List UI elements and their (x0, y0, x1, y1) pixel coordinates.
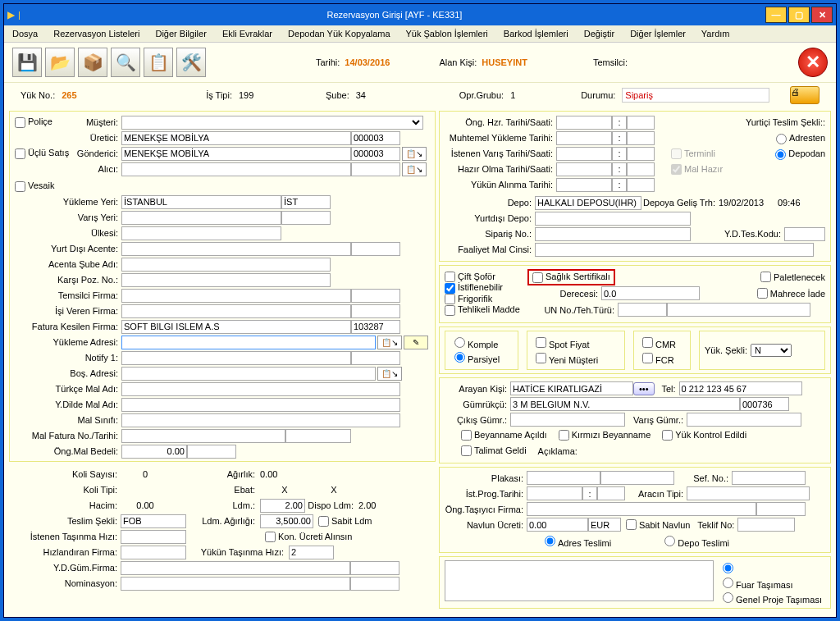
menu-yuk-sablon[interactable]: Yük Şablon İşlemleri (406, 29, 488, 39)
ydepo-input[interactable] (535, 212, 691, 226)
gumrukcu-input[interactable] (510, 397, 740, 411)
ongtas-code[interactable] (756, 502, 806, 516)
fatura-input[interactable] (121, 320, 351, 334)
ydgumfirma-input[interactable] (121, 561, 350, 575)
isttasima-input[interactable] (121, 530, 186, 544)
teslim-input[interactable] (121, 514, 186, 528)
isveren-input[interactable] (121, 304, 351, 318)
menu-dosya[interactable]: Dosya (12, 29, 38, 39)
menu-depodan[interactable]: Depodan Yük Kopyalama (288, 29, 390, 39)
arayan-input[interactable] (510, 381, 633, 395)
unno-input[interactable] (618, 303, 667, 317)
tools-button[interactable]: 🛠️ (176, 48, 206, 77)
menu-degistir[interactable]: Değiştir (584, 29, 614, 39)
isveren-code[interactable] (351, 304, 400, 318)
bosadres-input[interactable] (121, 367, 376, 381)
search-button[interactable]: 🔍 (111, 48, 140, 77)
big-close-button[interactable]: ✕ (798, 48, 828, 77)
adresteslim-radio[interactable] (545, 536, 555, 546)
minimize-button[interactable]: — (765, 7, 787, 23)
ydacente-code[interactable] (351, 242, 400, 256)
yukuntasima-input[interactable] (289, 546, 334, 559)
ydacente-input[interactable] (121, 242, 351, 256)
depoteslim-radio[interactable] (664, 536, 675, 546)
karsipoz-input[interactable] (121, 273, 331, 287)
temsilci-code[interactable] (351, 289, 400, 303)
mahrece-check[interactable] (757, 288, 768, 299)
muhyuk-time[interactable] (627, 131, 655, 145)
malfatura-input[interactable] (121, 429, 285, 443)
komple-radio[interactable] (454, 337, 465, 348)
nominasyon-input[interactable] (121, 577, 350, 591)
tasima-none-radio[interactable] (723, 563, 733, 573)
yuksekli-select[interactable]: N (751, 344, 792, 357)
cmr-check[interactable] (642, 337, 653, 348)
gumrukcu-code[interactable] (740, 397, 789, 411)
malsinif-input[interactable] (121, 413, 400, 427)
ldm-input[interactable] (260, 499, 305, 513)
yukalin-date[interactable] (556, 178, 612, 192)
yenimusteri-check[interactable] (536, 353, 546, 363)
beyanname-check[interactable] (461, 430, 472, 441)
gonderici-input[interactable] (121, 147, 351, 161)
turkcemal-input[interactable] (121, 382, 400, 396)
ydteskod-input[interactable] (784, 227, 825, 241)
police-check[interactable] (15, 117, 25, 128)
notes-button[interactable]: 📋 (144, 48, 173, 77)
plakasi2-input[interactable] (600, 471, 674, 485)
talimat-check[interactable] (461, 445, 472, 456)
musteri-select[interactable] (121, 116, 423, 130)
vyeri-code[interactable] (281, 211, 331, 225)
navlun-cur[interactable] (588, 518, 621, 532)
varisgumr-input[interactable] (687, 413, 801, 427)
temsilci-input[interactable] (121, 289, 351, 303)
vyeri-input[interactable] (121, 211, 281, 225)
acentasube-input[interactable] (121, 258, 331, 272)
uretici-code[interactable] (351, 131, 400, 145)
genelproje-radio[interactable] (723, 592, 733, 603)
ongtas-input[interactable] (527, 502, 756, 516)
yyeri-input[interactable] (121, 195, 281, 209)
onmal-cur[interactable] (187, 445, 236, 459)
uretici-input[interactable] (121, 131, 351, 145)
fatura-code[interactable] (351, 320, 400, 334)
yadres-btn2[interactable]: ✎ (404, 336, 428, 349)
ydgumfirma-code[interactable] (350, 561, 399, 575)
siparis-input[interactable] (535, 227, 691, 241)
tehlike-check[interactable] (445, 305, 455, 316)
derece-input[interactable] (601, 286, 700, 300)
yadres-btn1[interactable]: 📋↘ (377, 336, 402, 349)
istprog-time[interactable] (597, 486, 625, 500)
menu-diger-islemler[interactable]: Diğer İşlemler (630, 29, 686, 39)
fcr-check[interactable] (642, 353, 653, 363)
navlun-input[interactable] (527, 518, 588, 532)
istvar-date[interactable] (556, 147, 612, 161)
hizfirma-input[interactable] (121, 546, 186, 559)
malfatura-date[interactable] (285, 429, 351, 443)
ldmag-input[interactable] (260, 514, 313, 528)
alici-input[interactable] (121, 162, 351, 176)
aractipi-input[interactable] (687, 486, 810, 500)
saglik-check[interactable] (532, 272, 543, 283)
notify-code[interactable] (351, 351, 400, 365)
maximize-button[interactable]: ▢ (788, 7, 810, 23)
cift-check[interactable] (445, 272, 455, 282)
kirmizi-check[interactable] (559, 430, 569, 441)
hazir-time[interactable] (627, 162, 655, 176)
spot-check[interactable] (536, 337, 546, 348)
tel-input[interactable] (679, 381, 802, 395)
package-button[interactable]: 📦 (78, 48, 107, 77)
plakasi1-input[interactable] (527, 471, 600, 485)
depo-input[interactable] (535, 196, 641, 210)
menu-ekli-evraklar[interactable]: Ekli Evraklar (222, 29, 272, 39)
depodan-radio[interactable] (775, 149, 786, 160)
ydilmal-input[interactable] (121, 398, 400, 412)
onghzr-date[interactable] (556, 116, 612, 130)
yyeri-code[interactable] (281, 195, 331, 209)
sefno-input[interactable] (732, 471, 806, 485)
faalmal-input[interactable] (535, 243, 814, 257)
vesaik-check[interactable] (15, 181, 25, 192)
onghzr-time[interactable] (627, 116, 655, 130)
fuar-radio[interactable] (723, 578, 733, 588)
muhyuk-date[interactable] (556, 131, 612, 145)
